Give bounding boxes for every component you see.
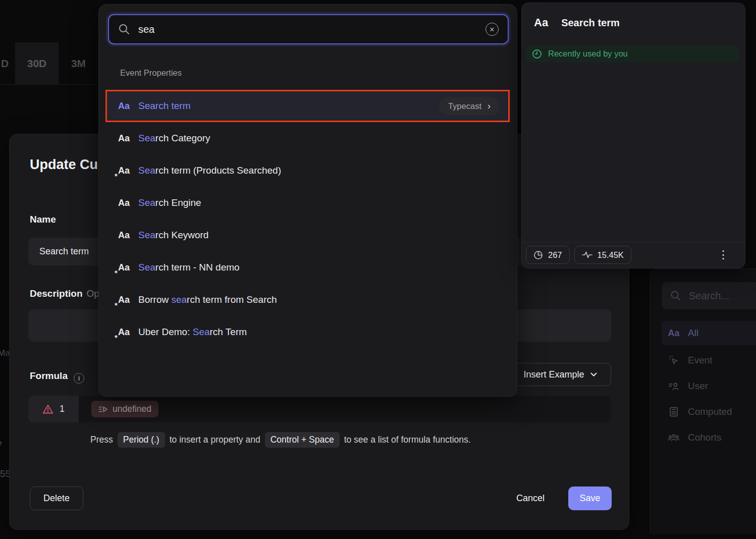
custom-property-star-icon: * [115,172,118,180]
custom-property-star-icon: * [115,333,118,342]
aa-icon: Aa [118,133,138,144]
aa-icon: Aa [534,16,548,29]
function-icon [98,405,108,413]
event-volume-pill[interactable]: 15.45K [574,246,631,264]
sidebar-item-label: Computed [688,406,732,417]
sidebar-item-label: All [688,328,698,339]
search-icon [670,290,682,301]
property-search-dropdown: ✕ Event Properties Aa Search term Typeca… [98,4,517,397]
result-search-engine[interactable]: Aa Search Engine [107,187,510,219]
sidebar-search-input[interactable]: Search... [662,282,756,309]
time-range-3m[interactable]: 3M [59,42,98,84]
sidebar-item-event[interactable]: Event [662,348,756,372]
kbd-control-space: Control + Space [265,432,340,448]
calculator-icon [668,406,680,417]
aa-icon: Aa [118,101,138,112]
custom-property-star-icon: * [115,301,118,309]
warning-icon [42,404,53,414]
cancel-button[interactable]: Cancel [503,487,558,510]
formula-hint: Press Period (.) to insert a property an… [90,432,471,448]
sidebar-item-cohorts[interactable]: Cohorts [662,425,756,450]
insert-example-button[interactable]: Insert Example [509,363,611,386]
delete-button[interactable]: Delete [30,487,83,510]
app-screen: D 30D 3M May e 55 Search... Aa All Event… [0,0,756,539]
result-search-category[interactable]: Aa Search Category [107,122,510,154]
time-range-bar: D 30D 3M [0,42,98,85]
kebab-menu-icon[interactable]: ⋮ [718,249,729,260]
result-borrow-search-term[interactable]: Aa* Borrow search term from Search [107,284,510,316]
result-search-term-products-searched[interactable]: Aa* Search term (Products Searched) [107,154,510,187]
event-icon [668,355,680,366]
sidebar-item-computed[interactable]: Computed [662,400,756,424]
pulse-icon [582,251,592,259]
property-title: Search term [561,17,620,29]
sidebar-item-all[interactable]: Aa All [662,321,756,345]
result-search-term[interactable]: Aa Search term Typecast› [107,90,510,122]
unique-values-pill[interactable]: 267 [526,246,570,264]
divider [522,242,746,242]
kbd-period: Period (.) [118,432,165,448]
result-search-term-nn-demo[interactable]: Aa* Search term - NN demo [107,251,510,284]
property-type-sidebar: Search... Aa All Event User Computed [650,268,756,534]
custom-property-star-icon: * [115,268,118,277]
formula-error-count: 1 [60,404,65,414]
time-range-7d-fragment[interactable]: D [0,42,15,84]
chevron-down-icon [590,372,597,376]
modal-title: Update Cu [30,157,98,173]
cohorts-icon [668,432,680,443]
time-range-30d[interactable]: 30D [15,42,59,84]
formula-editor-row: 1 undefined [28,396,611,422]
search-icon [118,23,130,35]
clear-search-icon[interactable]: ✕ [485,23,499,36]
result-uber-demo-search-term[interactable]: Aa* Uber Demo: Search Term [107,316,510,348]
aa-icon: Aa* [118,262,138,273]
property-search-field: ✕ [108,14,509,44]
pie-chart-icon [533,250,543,260]
typecast-button[interactable]: Typecast› [439,97,500,115]
result-search-keyword[interactable]: Aa Search Keyword [107,219,510,251]
name-label: Name [30,214,56,225]
sidebar-search-placeholder: Search... [689,290,729,302]
property-search-input[interactable] [138,24,477,35]
user-icon [668,381,680,392]
sidebar-item-label: User [688,381,708,392]
section-label: Event Properties [120,68,182,78]
aa-icon: Aa [118,198,138,208]
info-icon[interactable]: i [74,373,84,384]
undefined-token[interactable]: undefined [91,401,158,417]
aa-icon: Aa* [118,327,138,338]
aa-icon: Aa [118,230,138,241]
clock-icon [532,49,542,59]
aa-icon: Aa* [118,295,138,305]
property-stats-row: 267 15.45K ⋮ [526,246,742,264]
property-details-panel: Aa Search term Recently used by you 267 … [521,3,745,268]
formula-editor[interactable]: undefined [79,396,611,422]
chevron-right-icon: › [488,101,491,111]
property-results-list: Aa Search term Typecast› Aa Search Categ… [107,90,510,348]
formula-label: Formulai [30,370,84,384]
save-button[interactable]: Save [568,487,612,510]
sidebar-item-label: Cohorts [688,432,722,443]
aa-icon: Aa* [118,166,138,176]
sidebar-item-label: Event [688,355,713,366]
details-header: Aa Search term [534,16,620,29]
recently-used-banner: Recently used by you [526,45,739,62]
formula-error-gutter: 1 [28,396,79,422]
chart-axis-fragment-letter: e [0,438,2,448]
aa-icon: Aa [668,328,680,339]
sidebar-item-user[interactable]: User [662,374,756,398]
